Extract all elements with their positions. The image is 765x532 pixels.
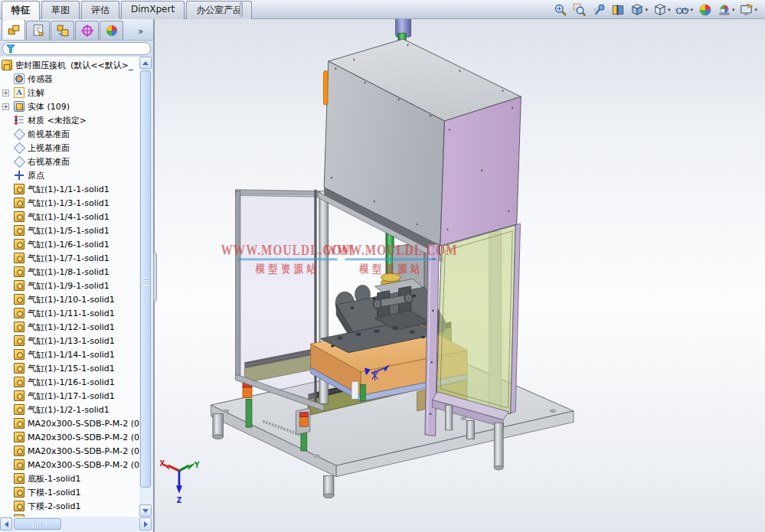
tree-item[interactable]: MA20x300-S-SDB-P-M-2 (0) <box>0 430 139 444</box>
tree-item[interactable]: MA20x300-S-SDB-P-M-2 (0) <box>0 458 139 472</box>
view-orientation-icon[interactable]: ▾ <box>629 2 649 18</box>
hide-show-items-icon[interactable]: ▾ <box>674 2 695 18</box>
dropdown-caret[interactable]: ▾ <box>754 7 757 13</box>
tree-item[interactable]: 气缸(1)-1/16-1-solid1 <box>0 375 139 389</box>
top-enclosure[interactable] <box>318 19 521 262</box>
tree-item[interactable]: +实体 (109) <box>0 100 139 113</box>
apply-scene-icon[interactable]: ▾ <box>716 2 737 18</box>
filter-input[interactable] <box>18 44 147 54</box>
tree-item[interactable]: 上视基准面 <box>0 141 139 155</box>
scroll-right-button[interactable] <box>139 517 152 530</box>
tree-item[interactable]: 气缸(1)-1/8-1-solid1 <box>0 265 139 279</box>
dropdown-caret[interactable]: ▾ <box>645 7 648 13</box>
tree-item[interactable]: 气缸(1)-1/15-1-solid1 <box>0 361 139 375</box>
tree-item[interactable]: 前视基准面 <box>0 127 139 141</box>
tree-item[interactable]: 700-42981-01-1-solid1 <box>0 513 139 517</box>
filter-box[interactable] <box>2 42 151 55</box>
command-tab-DimXpert[interactable]: DimXpert <box>121 1 185 19</box>
solid-icon <box>14 280 25 291</box>
expander-plus[interactable]: + <box>2 103 9 110</box>
panel-tab-dimxpert-manager[interactable] <box>75 21 99 40</box>
triad-z-label: Z <box>177 496 181 505</box>
tree-item[interactable]: 气缸(1)-1/12-1-solid1 <box>0 320 139 334</box>
panel-tab-property-manager[interactable] <box>26 21 50 40</box>
tree-item[interactable]: 气缸(1)-1/6-1-solid1 <box>0 237 139 251</box>
command-tab-草图[interactable]: 草图 <box>41 1 80 19</box>
previous-view-icon[interactable] <box>590 2 607 18</box>
command-tab-特征[interactable]: 特征 <box>2 1 40 20</box>
tree-item[interactable]: MA20x300-S-SDB-P-M-2 (0) <box>0 416 139 430</box>
zoom-to-fit-icon[interactable] <box>552 2 569 18</box>
panel-tab-configuration-manager[interactable] <box>51 21 74 40</box>
panel-overflow-chevron[interactable]: » <box>135 26 146 40</box>
tree-item[interactable]: 气缸(1)-1/5-1-solid1 <box>0 224 139 237</box>
display-style-icon[interactable]: ▾ <box>652 2 672 18</box>
tree-item[interactable]: 下模-1-solid1 <box>0 485 139 499</box>
dropdown-caret[interactable]: ▾ <box>668 7 671 13</box>
command-tab-评估[interactable]: 评估 <box>81 1 119 19</box>
tree-item[interactable]: 气缸(1)-1/1-1-solid1 <box>0 182 139 196</box>
solid-icon <box>14 335 25 346</box>
panel-splitter-handle[interactable] <box>153 253 157 302</box>
tree-item[interactable]: 气缸(1)-1/4-1-solid1 <box>0 210 139 224</box>
tree-item[interactable]: 气缸(1)-1/11-1-solid1 <box>0 306 139 320</box>
horizontal-scrollbar[interactable] <box>0 517 152 530</box>
feature-manager-panel: » 密封圈压接机 (默认<<默认>_ 传感器+注解+实体 (109)材质 <未指… <box>0 19 155 532</box>
tree-item-label: 上视基准面 <box>28 142 70 154</box>
dropdown-caret[interactable]: ▾ <box>690 7 693 13</box>
tree-root-item[interactable]: 密封圈压接机 (默认<<默认>_ <box>0 58 139 72</box>
tree-item[interactable]: 气缸(1)-1/13-1-solid1 <box>0 334 139 348</box>
scroll-down-button[interactable] <box>139 504 152 517</box>
tree-item-label: 气缸(1)-1/11-1-solid1 <box>28 308 115 319</box>
tree-root-config: (默认<<默认>_ <box>70 60 132 71</box>
enclosure-side-panel <box>440 96 521 246</box>
tree-item[interactable]: 右视基准面 <box>0 155 139 168</box>
solid-icon <box>14 225 25 236</box>
tree-item-label: 气缸(1)-1/2-1-solid1 <box>28 404 110 416</box>
view-settings-icon[interactable]: ▾ <box>738 2 759 18</box>
expander-plus[interactable]: + <box>2 90 9 96</box>
tree-item[interactable]: 材质 <未指定> <box>0 113 139 127</box>
panel-tab-bar: » <box>0 19 153 41</box>
tree-item[interactable]: 气缸(1)-1/14-1-solid1 <box>0 348 139 361</box>
tree-item-label: 气缸(1)-1/17-1-solid1 <box>28 390 115 402</box>
tree-item[interactable]: 下模-2-solid1 <box>0 499 139 513</box>
dropdown-caret[interactable]: ▾ <box>732 7 735 13</box>
tree-item[interactable]: 原点 <box>0 168 139 182</box>
tree-item[interactable]: 气缸(1)-1/2-1-solid1 <box>0 403 139 416</box>
reference-triad[interactable]: X Y Z <box>159 459 200 504</box>
graphics-viewport[interactable]: WWW.MOULDL.COM 模型资源站 WWW.MOULDL.COM 模型资源… <box>155 19 765 532</box>
solid-icon <box>14 404 25 415</box>
tree-item[interactable]: 气缸(1)-1/3-1-solid1 <box>0 196 139 210</box>
edit-appearance-icon[interactable] <box>697 2 714 18</box>
vertical-scroll-thumb[interactable] <box>140 70 151 488</box>
zoom-to-area-icon[interactable] <box>571 2 588 18</box>
solid-icon <box>14 308 25 318</box>
tree-item[interactable]: MA20x300-S-SDB-P-M-2 (0) <box>0 444 139 458</box>
section-view-icon[interactable] <box>610 2 626 18</box>
tree-item[interactable]: 气缸(1)-1/17-1-solid1 <box>0 389 139 403</box>
horizontal-scroll-thumb[interactable] <box>14 518 61 530</box>
tree-item[interactable]: 气缸(1)-1/7-1-solid1 <box>0 251 139 265</box>
tree-item-label: 材质 <未指定> <box>28 115 87 126</box>
scroll-left-button[interactable] <box>0 517 12 530</box>
solid-icon <box>14 446 25 456</box>
tree-item-label: 气缸(1)-1/13-1-solid1 <box>28 335 115 347</box>
tree-item[interactable]: 气缸(1)-1/10-1-solid1 <box>0 292 139 306</box>
scroll-up-button[interactable] <box>139 57 152 69</box>
tree-item-label: 传感器 <box>28 73 53 85</box>
tree-item[interactable]: 底板-1-solid1 <box>0 472 139 485</box>
frame-left[interactable] <box>235 190 328 411</box>
solid-icon <box>14 253 25 263</box>
left-glass-panel <box>240 194 315 400</box>
panel-tab-display-manager[interactable] <box>100 21 123 40</box>
svg-text:WWW.MOULDL.COM: WWW.MOULDL.COM <box>325 243 458 259</box>
filter-row <box>0 41 153 57</box>
tree-items: 传感器+注解+实体 (109)材质 <未指定>前视基准面上视基准面右视基准面原点… <box>0 72 139 517</box>
vertical-scrollbar[interactable] <box>139 57 152 517</box>
tree-item[interactable]: 气缸(1)-1/9-1-solid1 <box>0 279 139 292</box>
tree-item[interactable]: 传感器 <box>0 72 139 86</box>
tree-item[interactable]: +注解 <box>0 86 139 100</box>
tree-item-label: 实体 (109) <box>28 101 70 113</box>
panel-tab-featuremanager-design-tree[interactable] <box>2 19 25 40</box>
